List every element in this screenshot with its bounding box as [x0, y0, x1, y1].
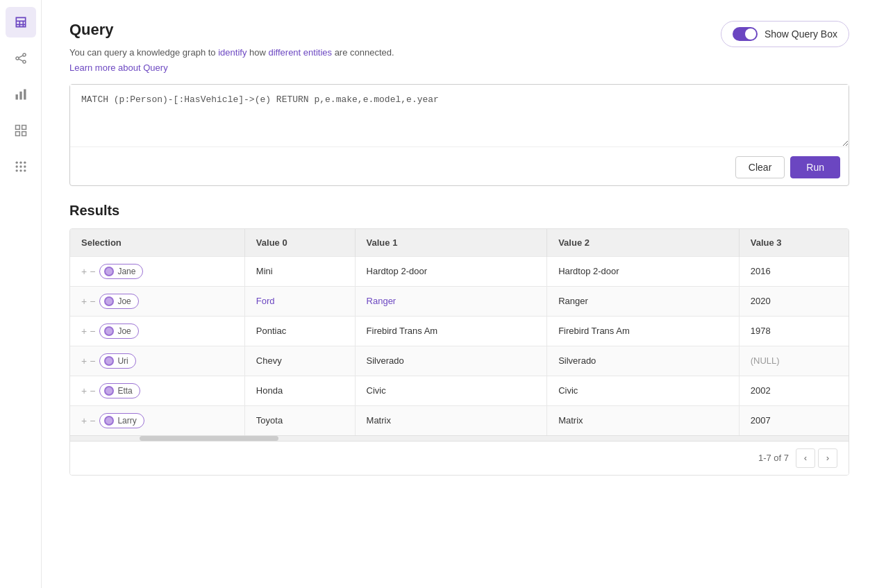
graph-icon: [14, 51, 28, 65]
selection-cell: + − Joe: [70, 316, 244, 346]
query-actions: Clear Run: [70, 149, 849, 185]
add-ctrl[interactable]: +: [81, 356, 87, 366]
selection-inner: + − Jane: [81, 264, 233, 279]
prev-page-button[interactable]: ‹: [796, 448, 815, 468]
link-value1[interactable]: Ranger: [367, 296, 396, 306]
table-row: + − Joe FordRangerRanger2020: [70, 286, 849, 316]
next-page-button[interactable]: ›: [818, 448, 837, 468]
node-dot: [104, 326, 114, 336]
description-highlight1: identify: [218, 47, 247, 58]
results-table: Selection Value 0 Value 1 Value 2 Value …: [70, 229, 849, 435]
selection-inner: + − Larry: [81, 413, 233, 428]
node-badge[interactable]: Etta: [99, 383, 140, 398]
node-name: Jane: [117, 267, 135, 276]
value1-cell: Ranger: [355, 286, 547, 316]
svg-point-18: [15, 169, 17, 171]
node-name: Uri: [117, 356, 128, 366]
header-row: Selection Value 0 Value 1 Value 2 Value …: [70, 229, 849, 257]
query-box: Clear Run: [69, 84, 849, 186]
node-badge[interactable]: Larry: [99, 413, 144, 428]
toggle-switch-indicator: [733, 27, 758, 41]
node-name: Etta: [117, 386, 132, 396]
value1-cell: Hardtop 2-door: [355, 256, 547, 286]
col-value1: Value 1: [355, 229, 547, 257]
value0-cell: Ford: [244, 286, 355, 316]
horizontal-scrollbar[interactable]: [70, 435, 849, 441]
add-ctrl[interactable]: +: [81, 267, 87, 276]
value2-cell: Civic: [547, 376, 740, 405]
sidebar: [0, 0, 42, 588]
selection-inner: + − Joe: [81, 324, 233, 339]
results-section: Results Selection Value 0 Value 1 Value …: [69, 203, 849, 476]
remove-ctrl[interactable]: −: [90, 416, 95, 426]
learn-more-link[interactable]: Learn more about Query: [69, 62, 168, 73]
selection-inner: + − Etta: [81, 383, 233, 398]
svg-rect-6: [19, 92, 22, 100]
value3-cell: 1978: [739, 316, 849, 346]
node-badge[interactable]: Joe: [99, 294, 138, 309]
selection-inner: + − Uri: [81, 353, 233, 369]
add-ctrl[interactable]: +: [81, 296, 87, 306]
sidebar-item-grid[interactable]: [6, 115, 36, 146]
node-badge[interactable]: Uri: [99, 353, 135, 369]
page-header: Query You can query a knowledge graph to…: [69, 21, 849, 73]
svg-rect-9: [22, 126, 26, 130]
svg-point-1: [22, 53, 25, 56]
value3-cell: (NULL): [739, 346, 849, 376]
value0-cell: Honda: [244, 376, 355, 405]
svg-rect-7: [24, 90, 26, 100]
toggle-label: Show Query Box: [765, 28, 837, 40]
remove-ctrl[interactable]: −: [90, 386, 95, 396]
link-value0[interactable]: Ford: [256, 296, 275, 306]
svg-point-14: [24, 162, 26, 164]
remove-ctrl[interactable]: −: [90, 296, 95, 306]
page-info: Query You can query a knowledge graph to…: [69, 21, 394, 73]
results-title: Results: [69, 203, 849, 219]
clear-button[interactable]: Clear: [735, 156, 785, 178]
sidebar-item-dots[interactable]: [6, 151, 36, 182]
svg-point-12: [15, 162, 17, 164]
svg-rect-5: [15, 94, 17, 100]
add-ctrl[interactable]: +: [81, 326, 87, 336]
table-row: + − Jane MiniHardtop 2-doorHardtop 2-doo…: [70, 256, 849, 286]
description-prefix: You can query a knowledge graph to: [69, 47, 218, 58]
sidebar-item-table[interactable]: [6, 7, 36, 37]
col-value2: Value 2: [547, 229, 740, 257]
svg-rect-8: [15, 126, 19, 130]
svg-line-4: [18, 59, 22, 61]
add-ctrl[interactable]: +: [81, 386, 87, 396]
selection-cell: + − Joe: [70, 286, 244, 316]
value1-cell: Civic: [355, 376, 547, 405]
node-name: Joe: [117, 326, 131, 336]
node-name: Larry: [117, 416, 136, 426]
node-badge[interactable]: Jane: [99, 264, 143, 279]
show-query-box-toggle[interactable]: Show Query Box: [721, 21, 849, 47]
value2-cell: Matrix: [547, 405, 740, 435]
remove-ctrl[interactable]: −: [90, 326, 95, 336]
pagination-nav: ‹ ›: [796, 448, 837, 468]
description-middle: how: [247, 47, 268, 58]
value0-cell: Mini: [244, 256, 355, 286]
value2-cell: Silverado: [547, 346, 740, 376]
table-row: + − Joe PontiacFirebird Trans AmFirebird…: [70, 316, 849, 346]
svg-point-20: [24, 169, 26, 171]
remove-ctrl[interactable]: −: [90, 267, 95, 276]
value1-cell: Firebird Trans Am: [355, 316, 547, 346]
svg-point-19: [19, 169, 22, 171]
sidebar-item-graph[interactable]: [6, 43, 36, 74]
description-highlight2: different entities: [268, 47, 332, 58]
table-header: Selection Value 0 Value 1 Value 2 Value …: [70, 229, 849, 257]
node-name: Joe: [117, 296, 131, 306]
svg-point-2: [22, 60, 25, 63]
remove-ctrl[interactable]: −: [90, 356, 95, 366]
add-ctrl[interactable]: +: [81, 416, 87, 426]
value3-cell: 2007: [739, 405, 849, 435]
value0-cell: Chevy: [244, 346, 355, 376]
node-badge[interactable]: Joe: [99, 324, 138, 339]
sidebar-item-chart[interactable]: [6, 79, 36, 110]
table-footer: 1-7 of 7 ‹ ›: [70, 441, 849, 475]
run-button[interactable]: Run: [790, 156, 840, 178]
query-textarea[interactable]: [70, 85, 849, 147]
node-dot: [104, 416, 114, 426]
col-selection: Selection: [70, 229, 244, 257]
